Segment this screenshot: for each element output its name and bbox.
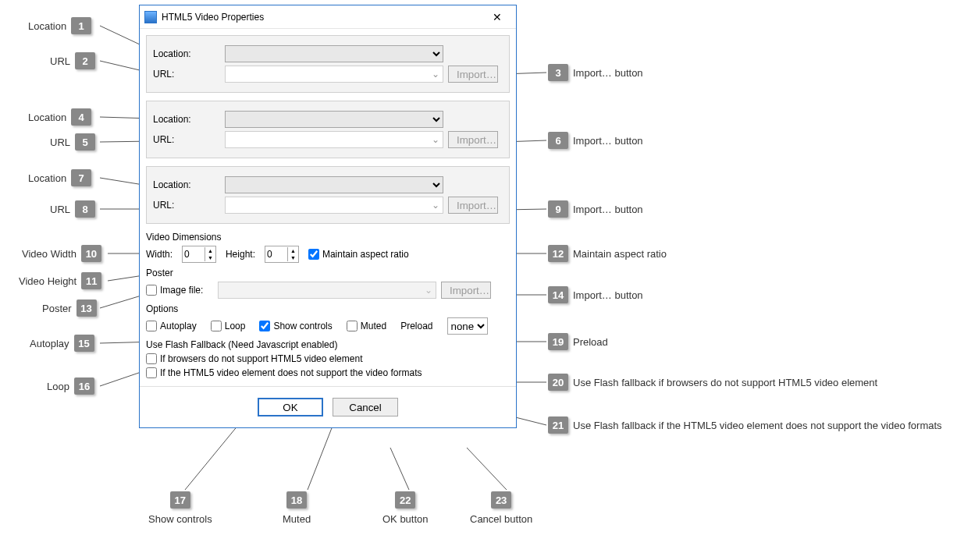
show-controls-checkbox[interactable]: Show controls bbox=[259, 321, 332, 331]
callout-badge: 9 bbox=[548, 200, 568, 218]
poster-group-label: Poster bbox=[146, 268, 510, 278]
chevron-down-icon: ⌄ bbox=[432, 134, 439, 145]
callout-text: Location bbox=[28, 172, 66, 184]
svg-line-22 bbox=[467, 448, 507, 490]
callout-badge: 11 bbox=[81, 272, 101, 289]
video-properties-dialog: HTML5 Video Properties ✕ Location: URL: … bbox=[139, 5, 517, 428]
width-input[interactable] bbox=[183, 249, 205, 260]
callout-badge: 2 bbox=[75, 52, 95, 69]
autoplay-input[interactable] bbox=[146, 321, 157, 331]
poster-image-input[interactable] bbox=[146, 285, 157, 296]
callout-badge: 16 bbox=[74, 377, 94, 395]
callout-text: Import… button bbox=[573, 135, 643, 147]
callout-badge: 6 bbox=[548, 132, 568, 149]
callout-text: Location bbox=[28, 20, 66, 32]
callout-badge: 19 bbox=[548, 333, 568, 350]
height-label: Height: bbox=[226, 249, 255, 260]
muted-input[interactable] bbox=[347, 321, 358, 331]
chevron-down-icon: ⌄ bbox=[432, 200, 439, 211]
callout-text: Show controls bbox=[148, 513, 212, 525]
callout-text: Autoplay bbox=[30, 338, 69, 349]
import-button-1[interactable]: Import… bbox=[448, 66, 498, 83]
import-button-3[interactable]: Import… bbox=[448, 197, 498, 214]
height-input[interactable] bbox=[265, 249, 287, 260]
callout-badge: 15 bbox=[74, 335, 94, 352]
location-select-2[interactable] bbox=[225, 111, 443, 128]
fallback-no-formats-checkbox[interactable]: If the HTML5 video element does not supp… bbox=[146, 367, 422, 378]
loop-input[interactable] bbox=[211, 321, 222, 331]
callout-text: URL bbox=[50, 136, 70, 148]
fallback-no-formats-input[interactable] bbox=[146, 367, 157, 378]
poster-import-button[interactable]: Import… bbox=[441, 282, 491, 299]
url-label-3: URL: bbox=[153, 200, 225, 211]
autoplay-checkbox[interactable]: Autoplay bbox=[146, 321, 197, 331]
preload-select[interactable]: none bbox=[447, 317, 488, 335]
callout-text: Preload bbox=[573, 336, 608, 348]
muted-label: Muted bbox=[361, 321, 386, 331]
callout-text: Video Height bbox=[19, 275, 76, 287]
location-label-2: Location: bbox=[153, 114, 225, 125]
loop-checkbox[interactable]: Loop bbox=[211, 321, 246, 331]
fallback-no-html5-checkbox[interactable]: If browsers do not support HTML5 video e… bbox=[146, 353, 362, 364]
autoplay-label: Autoplay bbox=[160, 321, 197, 331]
maintain-aspect-label: Maintain aspect ratio bbox=[322, 249, 409, 260]
height-spinner[interactable]: ▲▼ bbox=[265, 246, 299, 263]
poster-image-label: Image file: bbox=[160, 285, 203, 296]
callout-text: Loop bbox=[47, 381, 69, 392]
dialog-title: HTML5 Video Properties bbox=[162, 12, 482, 23]
callout-badge: 13 bbox=[76, 299, 97, 317]
loop-label: Loop bbox=[225, 321, 246, 331]
poster-image-combo[interactable]: ⌄ bbox=[218, 282, 436, 299]
ok-button[interactable]: OK bbox=[258, 398, 323, 416]
fallback-no-html5-label: If browsers do not support HTML5 video e… bbox=[160, 353, 362, 364]
fallback-group-label: Use Flash Fallback (Need Javascript enab… bbox=[146, 339, 510, 350]
maintain-aspect-checkbox[interactable]: Maintain aspect ratio bbox=[308, 249, 409, 260]
url-combo-2[interactable]: ⌄ bbox=[225, 131, 443, 148]
fallback-no-html5-input[interactable] bbox=[146, 353, 157, 364]
spin-down-icon[interactable]: ▼ bbox=[205, 254, 215, 261]
callout-badge: 23 bbox=[491, 491, 511, 509]
close-icon[interactable]: ✕ bbox=[482, 7, 513, 27]
callout-badge: 18 bbox=[286, 491, 307, 509]
url-combo-3[interactable]: ⌄ bbox=[225, 197, 443, 214]
callout-badge: 14 bbox=[548, 286, 568, 303]
preload-label: Preload bbox=[400, 321, 432, 331]
callout-text: Import… button bbox=[573, 67, 643, 79]
location-label-1: Location: bbox=[153, 48, 225, 59]
show-controls-label: Show controls bbox=[273, 321, 332, 331]
spin-up-icon[interactable]: ▲ bbox=[288, 247, 298, 254]
poster-image-checkbox[interactable]: Image file: bbox=[146, 285, 218, 296]
callout-text: Import… button bbox=[573, 204, 643, 215]
url-label-1: URL: bbox=[153, 69, 225, 80]
callout-text: Use Flash fallback if the HTML5 video el… bbox=[573, 420, 942, 431]
callout-text: OK button bbox=[382, 513, 429, 525]
callout-badge: 22 bbox=[395, 491, 415, 509]
url-combo-1[interactable]: ⌄ bbox=[225, 66, 443, 83]
url-label-2: URL: bbox=[153, 134, 225, 145]
source-group-1: Location: URL: ⌄ Import… bbox=[146, 35, 510, 93]
callout-text: Location bbox=[28, 112, 66, 123]
muted-checkbox[interactable]: Muted bbox=[347, 321, 386, 331]
callout-text: Use Flash fallback if browsers do not su… bbox=[573, 377, 877, 388]
callout-badge: 7 bbox=[71, 169, 91, 186]
titlebar[interactable]: HTML5 Video Properties ✕ bbox=[140, 5, 516, 29]
location-select-3[interactable] bbox=[225, 176, 443, 193]
spin-down-icon[interactable]: ▼ bbox=[288, 254, 298, 261]
cancel-button[interactable]: Cancel bbox=[333, 398, 398, 416]
show-controls-input[interactable] bbox=[259, 321, 270, 331]
dimensions-group-label: Video Dimensions bbox=[146, 232, 510, 243]
import-button-2[interactable]: Import… bbox=[448, 131, 498, 148]
maintain-aspect-input[interactable] bbox=[308, 249, 319, 260]
callout-badge: 1 bbox=[71, 17, 91, 34]
source-group-3: Location: URL: ⌄ Import… bbox=[146, 166, 510, 224]
callout-text: URL bbox=[50, 204, 70, 215]
callout-text: URL bbox=[50, 55, 70, 67]
callout-badge: 4 bbox=[71, 108, 91, 126]
callout-badge: 8 bbox=[75, 200, 95, 218]
fallback-no-formats-label: If the HTML5 video element does not supp… bbox=[160, 367, 422, 378]
callout-badge: 12 bbox=[548, 245, 568, 262]
width-spinner[interactable]: ▲▼ bbox=[182, 246, 216, 263]
location-select-1[interactable] bbox=[225, 45, 443, 62]
spin-up-icon[interactable]: ▲ bbox=[205, 247, 215, 254]
width-label: Width: bbox=[146, 249, 173, 260]
